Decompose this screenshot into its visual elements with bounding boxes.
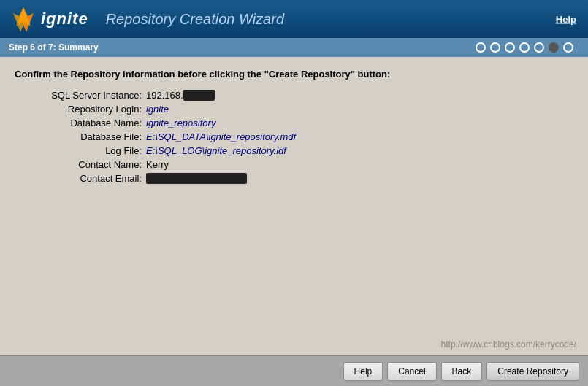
main-content: Confirm the Repository information befor… xyxy=(0,57,588,355)
footer: Help Cancel Back Create Repository xyxy=(0,355,588,386)
value-log-file: E:\SQL_LOG\ignite_repository.ldf xyxy=(146,145,286,156)
confirm-text: Confirm the Repository information befor… xyxy=(15,69,573,80)
label-contact-name: Contact Name: xyxy=(29,159,146,170)
step-dots xyxy=(476,42,573,53)
label-log-file: Log File: xyxy=(29,145,146,156)
step-dot-7 xyxy=(563,42,573,53)
value-contact-name: Kerry xyxy=(146,159,169,170)
svg-marker-1 xyxy=(13,7,31,32)
label-db-file: Database File: xyxy=(29,131,146,142)
header: ignite Repository Creation Wizard Help xyxy=(0,0,588,38)
create-repository-button[interactable]: Create Repository xyxy=(486,362,579,381)
row-contact-email: Contact Email: ●●●●●●●●●●●●●●●●● xyxy=(29,173,573,184)
value-db-file: E:\SQL_DATA\ignite_repository.mdf xyxy=(146,131,296,142)
step-dot-3 xyxy=(505,42,515,53)
logo-text: ignite xyxy=(41,9,88,28)
step-bar: Step 6 of 7: Summary xyxy=(0,38,588,57)
label-db-name: Database Name: xyxy=(29,117,146,128)
back-button[interactable]: Back xyxy=(441,362,483,381)
help-button[interactable]: Help xyxy=(343,362,383,381)
row-db-name: Database Name: ignite_repository xyxy=(29,117,573,128)
ignite-logo-icon xyxy=(12,7,35,31)
step-dot-5 xyxy=(534,42,544,53)
row-log-file: Log File: E:\SQL_LOG\ignite_repository.l… xyxy=(29,145,573,156)
step-dot-1 xyxy=(476,42,486,53)
row-sql-server: SQL Server Instance: 192.168.●●●●● xyxy=(29,90,573,101)
row-db-file: Database File: E:\SQL_DATA\ignite_reposi… xyxy=(29,131,573,142)
label-repo-login: Repository Login: xyxy=(29,104,146,115)
value-sql-server: 192.168.●●●●● xyxy=(146,90,215,101)
watermark: http://www.cnblogs.com/kerrycode/ xyxy=(441,339,576,350)
label-sql-server: SQL Server Instance: xyxy=(29,90,146,101)
step-dot-4 xyxy=(519,42,530,53)
info-table: SQL Server Instance: 192.168.●●●●● Repos… xyxy=(29,90,573,184)
value-contact-email: ●●●●●●●●●●●●●●●●● xyxy=(146,173,247,184)
wizard-title: Repository Creation Wizard xyxy=(106,11,284,28)
row-contact-name: Contact Name: Kerry xyxy=(29,159,573,170)
label-contact-email: Contact Email: xyxy=(29,173,146,184)
cancel-button[interactable]: Cancel xyxy=(387,362,436,381)
step-dot-2 xyxy=(490,42,500,53)
value-repo-login: ignite xyxy=(146,104,169,115)
row-repo-login: Repository Login: ignite xyxy=(29,104,573,115)
step-label: Step 6 of 7: Summary xyxy=(9,42,99,53)
logo-area: ignite Repository Creation Wizard xyxy=(12,7,284,31)
header-help-link[interactable]: Help xyxy=(556,14,576,25)
value-db-name: ignite_repository xyxy=(146,117,215,128)
step-dot-6 xyxy=(549,42,559,53)
